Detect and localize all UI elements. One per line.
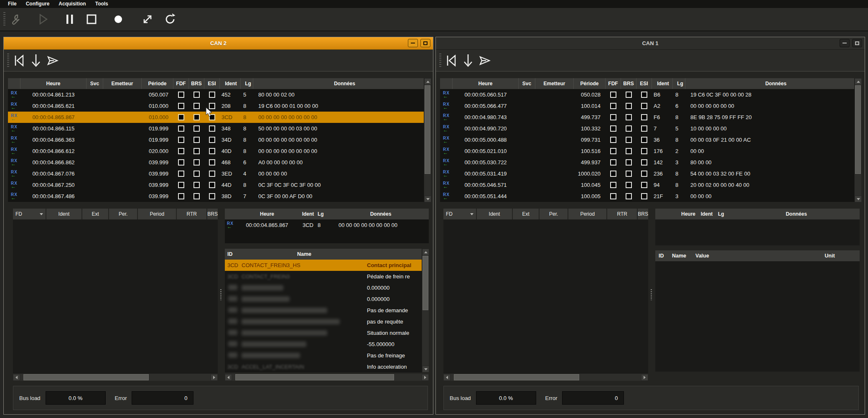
scrollbar-track[interactable]	[422, 249, 429, 372]
expand-icon[interactable]	[140, 11, 155, 28]
esi-checkbox[interactable]	[641, 193, 647, 199]
can2-filter-body[interactable]	[13, 219, 218, 374]
fdf-checkbox[interactable]	[610, 137, 616, 143]
esi-checkbox[interactable]	[209, 137, 215, 143]
dropdown-icon[interactable]	[40, 213, 43, 215]
scrollbar-track[interactable]	[451, 374, 641, 381]
wrench-icon[interactable]	[8, 11, 23, 28]
signal-column-id[interactable]: ID	[655, 253, 672, 259]
table-row[interactable]: RX← 00:00:04.980.743 499.737 F6 8 8E 9B …	[440, 112, 861, 123]
esi-checkbox[interactable]	[209, 193, 215, 199]
table-row[interactable]: RX← 00:00:04.866.115 019.999 348 8 50 00…	[8, 123, 431, 134]
filter-column-ext[interactable]: Ext	[513, 209, 539, 219]
detail-column-donnees[interactable]: Données	[333, 211, 429, 217]
scrollbar-track[interactable]	[424, 78, 431, 202]
column-brs[interactable]: BRS	[621, 78, 636, 89]
brs-checkbox[interactable]	[193, 125, 200, 132]
can1-signal-body[interactable]	[655, 261, 860, 372]
fdf-checkbox[interactable]	[178, 92, 184, 98]
table-row[interactable]: RX← 00:00:04.867.250 039.999 44D 8 0C 3F…	[8, 179, 431, 191]
signal-column-unit[interactable]: Unit	[800, 253, 860, 259]
panel-splitter[interactable]	[649, 209, 653, 381]
detail-column-lg[interactable]: Lg	[318, 211, 333, 217]
fdf-checkbox[interactable]	[610, 148, 616, 154]
scroll-down-icon[interactable]	[28, 52, 43, 69]
column-heure[interactable]: Heure	[453, 78, 519, 89]
brs-checkbox[interactable]	[193, 103, 200, 109]
can1-filter-body[interactable]	[443, 219, 648, 374]
column-ident[interactable]: Ident	[652, 78, 673, 89]
fdf-checkbox[interactable]	[610, 125, 616, 132]
scrollbar-thumb[interactable]	[425, 85, 430, 174]
panel-splitter[interactable]	[219, 209, 222, 381]
brs-checkbox[interactable]	[626, 193, 632, 199]
scroll-down-button[interactable]	[424, 196, 431, 202]
scroll-left-button[interactable]	[225, 374, 232, 381]
brs-checkbox[interactable]	[626, 148, 632, 154]
column-periode[interactable]: Période	[142, 78, 173, 89]
table-row[interactable]: RX← 00:00:04.866.612 020.000 40D 8 00 00…	[8, 145, 431, 157]
scrollbar-thumb[interactable]	[855, 85, 861, 174]
menu-file[interactable]: File	[3, 0, 21, 8]
fdf-checkbox[interactable]	[610, 114, 616, 120]
signal-row[interactable]: -55.000000	[225, 339, 429, 350]
column-ident[interactable]: Ident	[220, 78, 241, 89]
scrollbar-track[interactable]	[20, 374, 211, 381]
scroll-down-icon[interactable]	[461, 52, 476, 69]
brs-checkbox[interactable]	[626, 103, 632, 109]
column-esi[interactable]: ESI	[204, 78, 220, 89]
table-row[interactable]: RX← 00:00:04.867.486 039.999 38D 7 0C 3F…	[8, 191, 431, 202]
signal-row[interactable]: 0.000000	[225, 282, 429, 293]
filter-column-brs[interactable]: BRS	[207, 209, 218, 219]
column-icon[interactable]	[440, 78, 453, 89]
filter-column-ident[interactable]: Ident	[477, 209, 512, 219]
esi-checkbox[interactable]	[641, 114, 647, 120]
toolbar-grip[interactable]	[439, 54, 441, 68]
column-emetteur[interactable]: Emetteur	[535, 78, 574, 89]
detail-column-ident[interactable]: Ident	[298, 211, 318, 217]
brs-checkbox[interactable]	[626, 114, 632, 120]
table-row[interactable]: RX← 00:00:05.051.444 100.005 21F 3 00 00…	[440, 191, 861, 202]
table-row[interactable]: RX← 00:00:04.866.363 019.999 34D 8 00 00…	[8, 134, 431, 145]
column-donnees[interactable]: Données	[253, 78, 431, 89]
signal-row[interactable]: pas de requête	[225, 316, 429, 327]
detail-column-heure[interactable]: Heure	[236, 211, 298, 217]
minimize-button[interactable]	[840, 39, 850, 47]
filter-column-period[interactable]: Period	[138, 209, 176, 219]
dropdown-icon[interactable]	[470, 213, 473, 215]
scrollbar-track[interactable]	[232, 374, 422, 381]
fdf-checkbox[interactable]	[178, 171, 184, 177]
brs-checkbox[interactable]	[626, 92, 632, 98]
table-row[interactable]: RX← 00:00:05.046.571 100.045 94 8 20 00 …	[440, 179, 861, 191]
go-first-icon[interactable]	[12, 52, 27, 69]
esi-checkbox[interactable]	[209, 171, 215, 177]
table-row[interactable]: RX← 00:00:05.021.010 100.516 176 2 00 00	[440, 145, 861, 157]
fdf-checkbox[interactable]	[178, 148, 184, 154]
record-icon[interactable]	[111, 11, 126, 28]
esi-checkbox[interactable]	[209, 159, 215, 166]
send-icon[interactable]	[477, 52, 492, 69]
signal-row[interactable]: 3CD CONTACT_FREIN3_HS Contact principal	[225, 260, 429, 271]
column-lg[interactable]: Lg	[673, 78, 685, 89]
minimize-button[interactable]	[408, 39, 418, 47]
esi-checkbox[interactable]	[209, 148, 215, 154]
brs-checkbox[interactable]	[193, 92, 200, 98]
table-row[interactable]: RX← 00:00:04.866.862 039.999 468 6 A0 00…	[8, 157, 431, 168]
table-row[interactable]: RX← 00:00:04.867.076 039.999 3ED 4 00 00…	[8, 168, 431, 179]
fdf-checkbox[interactable]	[610, 92, 616, 98]
fdf-checkbox[interactable]	[178, 103, 184, 109]
brs-checkbox[interactable]	[193, 159, 200, 166]
signal-row[interactable]: 3CD CONTACT_FREIN3 Pédale de frein re	[225, 271, 429, 282]
table-row[interactable]: RX← 00:00:05.030.722 499.937 142 3 80 00…	[440, 157, 861, 168]
esi-checkbox[interactable]	[641, 103, 647, 109]
scrollbar-thumb[interactable]	[423, 256, 428, 310]
detail-column-ident[interactable]: Ident	[695, 211, 718, 217]
column-emetteur[interactable]: Emetteur	[103, 78, 142, 89]
menu-configure[interactable]: Configure	[21, 0, 54, 8]
filter-column-period[interactable]: Period	[568, 209, 606, 219]
can1-detail-body[interactable]	[655, 219, 860, 245]
detail-column-donnees[interactable]: Données	[733, 211, 860, 217]
brs-checkbox[interactable]	[626, 125, 632, 132]
signal-column-id[interactable]: ID	[225, 251, 242, 257]
can2-titlebar[interactable]: CAN 2	[4, 37, 433, 50]
